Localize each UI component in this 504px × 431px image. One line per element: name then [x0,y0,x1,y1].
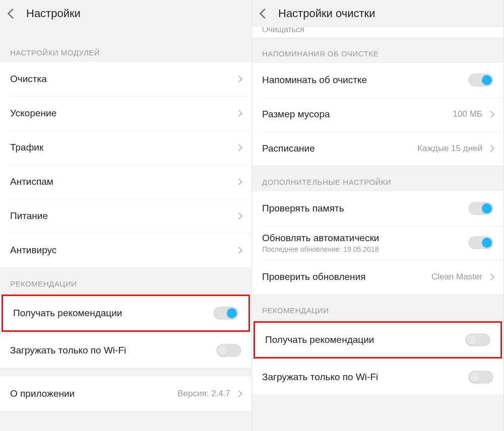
row-traffic[interactable]: Трафик [0,130,251,165]
row-receive-recs[interactable]: Получать рекомендации [255,323,500,357]
back-icon[interactable] [8,9,18,19]
header: Настройки очистки [252,0,503,27]
chevron-right-icon [235,212,242,220]
row-label: Проверять память [262,203,468,214]
row-antivirus[interactable]: Антивирус [0,233,251,267]
row-label: О приложении [10,388,177,399]
row-label: Проверить обновления [262,271,431,282]
section-title-reminders: НАПОМИНАНИЯ ОБ ОЧИСТКЕ [252,37,503,63]
chevron-right-icon [235,144,242,151]
chevron-right-icon [235,178,242,185]
chevron-right-icon [487,273,494,280]
row-auto-update[interactable]: Обновлять автоматически Последнее обновл… [252,226,503,260]
row-check-updates[interactable]: Проверить обновления Clean Master [252,260,503,294]
row-power[interactable]: Питание [0,199,251,233]
spacer [0,27,251,36]
modules-group: Очистка Ускорение Трафик Антиспам Питани… [0,62,251,267]
toggle-wifi-only[interactable] [216,344,241,357]
chevron-right-icon [235,247,242,254]
page-title: Настройки очистки [278,7,375,20]
settings-screen: Настройки НАСТРОЙКИ МОДУЛЕЙ Очистка Уско… [0,0,252,431]
row-trash-size[interactable]: Размер мусора 100 МБ [252,97,503,131]
recs-group-rest: Загружать только по Wi-Fi [0,333,251,368]
chevron-right-icon [235,76,242,83]
toggle-check-memory[interactable] [468,202,493,215]
additional-group: Проверять память Обновлять автоматически… [252,191,503,294]
chevron-right-icon [487,111,494,118]
toggle-auto-update[interactable] [468,236,493,249]
toggle-receive-recs[interactable] [465,333,490,346]
header: Настройки [0,0,251,27]
row-antispam[interactable]: Антиспам [0,165,251,199]
row-sub: Последнее обновление: 19.05.2018 [262,245,468,253]
row-value: Clean Master [431,272,482,282]
row-label: Расписание [262,143,417,154]
row-label: Получать рекомендации [265,334,465,345]
chevron-right-icon [487,145,494,152]
row-value: Каждые 15 дней [417,143,482,154]
content: НАСТРОЙКИ МОДУЛЕЙ Очистка Ускорение Траф… [0,27,251,431]
row-label: Антиспам [10,176,236,187]
row-label: Питание [10,210,236,222]
row-receive-recs[interactable]: Получать рекомендации [3,296,248,330]
reminders-group: Напоминать об очистке Размер мусора 100 … [252,63,503,166]
row-label: Трафик [10,142,236,153]
section-title-recommendations: РЕКОМЕНДАЦИИ [252,294,503,320]
row-check-memory[interactable]: Проверять память [252,191,503,226]
highlight-box: Получать рекомендации [254,321,502,358]
about-group: О приложении Версия: 2.4.7 [0,377,251,411]
toggle-remind-cleanup[interactable] [468,74,493,87]
chevron-right-icon [235,390,242,397]
recs-group-rest: Загружать только по Wi-Fi [252,360,503,394]
section-title-modules: НАСТРОЙКИ МОДУЛЕЙ [0,36,251,62]
row-label: Очистка [10,74,236,85]
highlight-box: Получать рекомендации [2,295,250,332]
row-label: Антивирус [10,245,236,256]
truncated-row: Очищаться [252,27,503,37]
row-label: Загружать только по Wi-Fi [10,345,216,356]
row-cleanup[interactable]: Очистка [0,62,251,96]
row-remind-cleanup[interactable]: Напоминать об очистке [252,63,503,97]
back-icon[interactable] [260,9,270,19]
content: Очищаться НАПОМИНАНИЯ ОБ ОЧИСТКЕ Напомин… [252,27,503,431]
page-title: Настройки [26,7,81,20]
row-label: Напоминать об очистке [262,75,468,86]
toggle-wifi-only[interactable] [468,371,493,384]
row-label: Загружать только по Wi-Fi [262,372,468,383]
row-speedup[interactable]: Ускорение [0,96,251,130]
section-title-additional: ДОПОЛНИТЕЛЬНЫЕ НАСТРОЙКИ [252,166,503,191]
toggle-receive-recs[interactable] [213,307,238,320]
row-label: Получать рекомендации [13,308,213,319]
row-label: Обновлять автоматически [262,233,468,244]
row-about[interactable]: О приложении Версия: 2.4.7 [0,377,251,411]
cleanup-settings-screen: Настройки очистки Очищаться НАПОМИНАНИЯ … [252,0,504,431]
row-schedule[interactable]: Расписание Каждые 15 дней [252,131,503,166]
spacer [0,368,251,377]
row-wifi-only[interactable]: Загружать только по Wi-Fi [252,360,503,394]
chevron-right-icon [235,110,242,117]
row-value: 100 МБ [453,109,482,119]
row-wifi-only[interactable]: Загружать только по Wi-Fi [0,333,251,368]
section-title-recommendations: РЕКОМЕНДАЦИИ [0,267,251,293]
row-value: Версия: 2.4.7 [177,389,230,399]
row-label: Размер мусора [262,109,453,120]
row-label: Ускорение [10,108,236,119]
